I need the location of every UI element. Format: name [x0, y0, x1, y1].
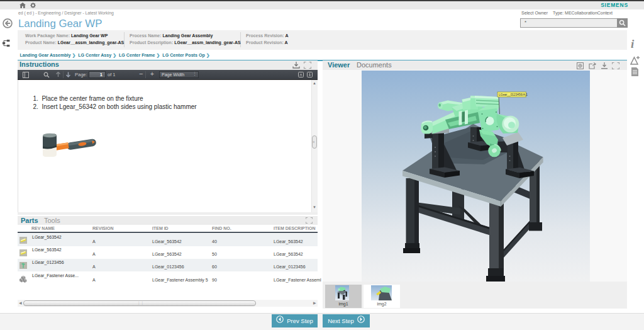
svg-text:LGear__0123456/A;1: LGear__0123456/A;1	[499, 93, 528, 96]
